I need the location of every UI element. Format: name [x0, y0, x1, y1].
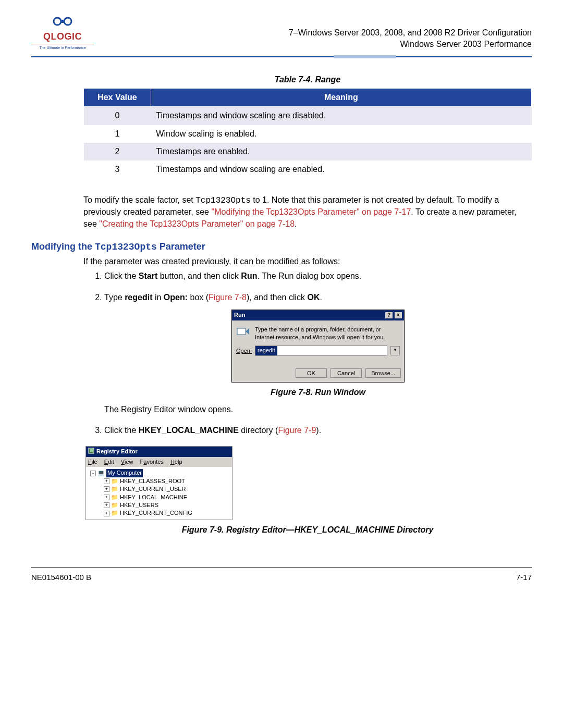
run-desc: Type the name of a program, folder, docu… [255, 326, 400, 342]
tree-key[interactable]: HKEY_CURRENT_USER [120, 485, 186, 493]
table-caption: Table 7-4. Range [83, 74, 532, 85]
folder-icon: 📁 [111, 493, 118, 501]
folder-icon: 📁 [111, 501, 118, 509]
th-meaning: Meaning [151, 88, 531, 106]
figure-7-8-caption: Figure 7-8. Run Window [104, 387, 532, 398]
expand-icon[interactable]: + [104, 478, 109, 484]
page-header-text: 7–Windows Server 2003, 2008, and 2008 R2… [289, 27, 532, 51]
folder-icon: 📁 [111, 477, 118, 485]
expand-icon[interactable]: + [104, 511, 109, 516]
cancel-button[interactable]: Cancel [331, 368, 362, 378]
after-step-2: The Registry Editor window opens. [104, 404, 532, 415]
dropdown-icon[interactable]: ▼ [390, 346, 400, 355]
run-icon [236, 326, 251, 337]
tree-key[interactable]: HKEY_USERS [120, 501, 158, 509]
folder-icon: 📁 [111, 485, 118, 493]
menu-edit[interactable]: Edit [104, 459, 114, 465]
range-table: Hex Value Meaning 0Timestamps and window… [83, 88, 532, 179]
figure-7-9-caption: Figure 7-9. Registry Editor—HKEY_LOCAL_M… [83, 524, 532, 536]
collapse-icon[interactable]: - [90, 471, 96, 476]
table-row: 2Timestamps are enabled. [84, 143, 532, 161]
run-dialog: Run ? × Type the name of a program, fold… [231, 310, 405, 382]
svg-point-1 [64, 18, 71, 25]
menu-bar: File Edit View Favorites Help [86, 457, 232, 467]
run-dialog-title: Run [234, 311, 245, 319]
menu-help[interactable]: Help [170, 459, 182, 465]
menu-file[interactable]: File [88, 459, 97, 465]
section-heading: Modifying the Tcp1323Opts Parameter [31, 240, 532, 254]
tree-my-computer[interactable]: My Computer [106, 469, 143, 477]
open-input[interactable]: regedit [255, 346, 387, 356]
table-row: 3Timestamps and window scaling are enabl… [84, 161, 532, 178]
svg-rect-3 [237, 328, 246, 335]
regedit-title: Registry Editor [96, 448, 138, 455]
table-row: 1Window scaling is enabled. [84, 125, 532, 143]
section-intro: If the parameter was created previously,… [83, 256, 532, 267]
header-line1: 7–Windows Server 2003, 2008, and 2008 R2… [289, 27, 532, 39]
expand-icon[interactable]: + [104, 486, 109, 492]
link-fig-7-8[interactable]: Figure 7-8 [209, 293, 247, 302]
tree-key[interactable]: HKEY_LOCAL_MACHINE [120, 493, 187, 501]
expand-icon[interactable]: + [104, 502, 109, 508]
logo-tagline: The Ultimate in Performance [31, 44, 94, 51]
browse-button[interactable]: Browse... [365, 368, 401, 378]
step-2: Type regedit in Open: box (Figure 7-8), … [104, 292, 532, 415]
link-modifying[interactable]: "Modifying the Tcp1323Opts Parameter" on… [211, 207, 411, 216]
link-creating[interactable]: "Creating the Tcp1323Opts Parameter" on … [99, 219, 295, 228]
svg-point-0 [54, 18, 61, 25]
logo-text: QLOGIC [31, 30, 94, 43]
close-icon[interactable]: × [395, 312, 402, 318]
footer-doc-id: NE0154601-00 B [31, 572, 91, 583]
link-fig-7-9[interactable]: Figure 7-9 [278, 426, 316, 435]
help-icon[interactable]: ? [385, 312, 393, 318]
folder-icon: 📁 [111, 509, 118, 517]
tree-key[interactable]: HKEY_CURRENT_CONFIG [120, 509, 192, 517]
menu-favorites[interactable]: Favorites [140, 459, 164, 465]
computer-icon: 💻 [97, 469, 105, 477]
table-row: 0Timestamps and window scaling are disab… [84, 107, 532, 125]
regedit-icon [88, 448, 94, 456]
step-3: Click the HKEY_LOCAL_MACHINE directory (… [104, 425, 532, 436]
logo-icon [31, 16, 94, 30]
menu-view[interactable]: View [121, 459, 133, 465]
ok-button[interactable]: OK [296, 368, 327, 378]
header-rule [31, 55, 532, 58]
paragraph-scale-factor: To modify the scale factor, set Tcp1323O… [83, 194, 532, 230]
expand-icon[interactable]: + [104, 495, 109, 500]
svg-rect-5 [90, 449, 93, 452]
footer-page-number: 7-17 [516, 572, 532, 583]
svg-rect-2 [62, 20, 64, 23]
step-1: Click the Start button, and then click R… [104, 270, 532, 282]
open-label: Open: [236, 347, 252, 355]
logo: QLOGIC The Ultimate in Performance [31, 16, 94, 50]
header-line2: Windows Server 2003 Performance [289, 39, 532, 50]
registry-editor: Registry Editor File Edit View Favorites… [85, 446, 232, 520]
registry-tree: - 💻 My Computer +📁HKEY_CLASSES_ROOT +📁HK… [86, 467, 232, 519]
tree-key[interactable]: HKEY_CLASSES_ROOT [120, 477, 185, 485]
th-hex: Hex Value [84, 88, 151, 106]
